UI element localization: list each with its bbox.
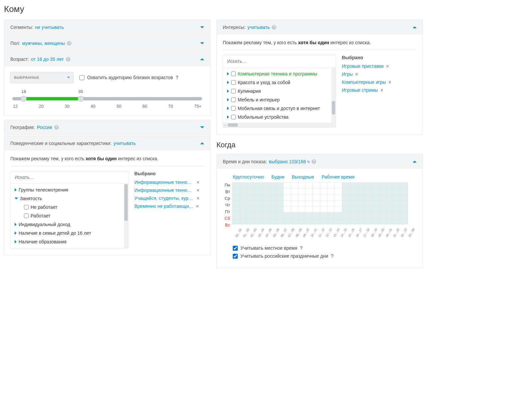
tree-item[interactable]: Кулинария — [225, 87, 334, 95]
schedule-cell[interactable] — [371, 183, 379, 189]
schedule-cell[interactable] — [240, 200, 247, 206]
nearby-ages-checkbox[interactable]: Охватить аудиторию близких возрастов ? — [79, 75, 178, 80]
tree-item[interactable]: Наличие образования — [13, 237, 127, 246]
schedule-cell[interactable] — [379, 189, 386, 195]
schedule-cell[interactable] — [298, 212, 306, 218]
tree-item[interactable]: Мобильная связь и доступ в интернет — [225, 104, 334, 113]
schedule-holidays-checkbox[interactable]: Учитывать российские праздничные дни ? — [233, 253, 417, 259]
schedule-cell[interactable] — [393, 200, 401, 206]
schedule-cell[interactable] — [393, 218, 401, 224]
schedule-cell[interactable] — [232, 183, 240, 189]
schedule-cell[interactable] — [357, 206, 364, 212]
panel-behaviour-header[interactable]: Поведенческие и социальные характеристик… — [4, 136, 210, 151]
schedule-cell[interactable] — [386, 195, 393, 200]
chevron-right-icon[interactable] — [15, 231, 17, 235]
schedule-cell[interactable] — [371, 206, 379, 212]
schedule-cell[interactable] — [247, 183, 254, 189]
schedule-cell[interactable] — [393, 183, 401, 189]
schedule-cell[interactable] — [371, 212, 379, 218]
remove-tag-icon[interactable]: ✕ — [355, 72, 358, 77]
schedule-cell[interactable] — [284, 183, 291, 189]
schedule-cell[interactable] — [393, 195, 401, 200]
schedule-cell[interactable] — [269, 212, 276, 218]
schedule-cell[interactable] — [291, 189, 298, 195]
scrollbar-vertical[interactable] — [332, 67, 335, 127]
schedule-cell[interactable] — [401, 195, 408, 200]
chevron-right-icon[interactable] — [227, 98, 229, 101]
schedule-cell[interactable] — [276, 189, 284, 195]
schedule-cell[interactable] — [386, 200, 393, 206]
schedule-cell[interactable] — [364, 200, 371, 206]
schedule-cell[interactable] — [335, 183, 342, 189]
help-icon[interactable]: ? — [331, 253, 333, 259]
schedule-cell[interactable] — [313, 206, 320, 212]
panel-gender-header[interactable]: Пол: мужчины, женщины ? — [4, 36, 210, 51]
schedule-cell[interactable] — [291, 195, 298, 200]
chevron-right-icon[interactable] — [227, 72, 229, 75]
help-icon[interactable]: ? — [66, 57, 70, 62]
schedule-cell[interactable] — [313, 183, 320, 189]
panel-geo-header[interactable]: География: Россия ? — [4, 120, 210, 135]
schedule-cell[interactable] — [379, 195, 386, 200]
schedule-cell[interactable] — [364, 218, 371, 224]
schedule-cell[interactable] — [247, 200, 254, 206]
schedule-cell[interactable] — [232, 195, 240, 200]
schedule-cell[interactable] — [240, 212, 247, 218]
schedule-cell[interactable] — [262, 206, 269, 212]
schedule-cell[interactable] — [291, 206, 298, 212]
schedule-cell[interactable] — [320, 212, 328, 218]
schedule-cell[interactable] — [371, 189, 379, 195]
selected-tag-link[interactable]: Информационные технол… — [134, 188, 194, 193]
schedule-cell[interactable] — [247, 212, 254, 218]
schedule-cell[interactable] — [328, 195, 335, 200]
chevron-right-icon[interactable] — [227, 115, 229, 119]
schedule-cell[interactable] — [349, 206, 357, 212]
tree-item-checkbox[interactable] — [231, 71, 236, 76]
tree-item-checkbox[interactable] — [231, 80, 236, 85]
selected-tag-link[interactable]: Учащийся, студенты, курс… — [134, 196, 194, 201]
schedule-cell[interactable] — [276, 206, 284, 212]
remove-tag-icon[interactable]: ✕ — [196, 196, 200, 201]
schedule-cell[interactable] — [298, 183, 306, 189]
schedule-cell[interactable] — [357, 212, 364, 218]
help-icon[interactable]: ? — [272, 25, 276, 30]
schedule-cell[interactable] — [364, 212, 371, 218]
age-slider-handle-low[interactable] — [21, 96, 27, 102]
schedule-cell[interactable] — [386, 206, 393, 212]
schedule-cell[interactable] — [269, 200, 276, 206]
schedule-cell[interactable] — [247, 189, 254, 195]
schedule-cell[interactable] — [379, 212, 386, 218]
schedule-cell[interactable] — [254, 218, 262, 224]
schedule-cell[interactable] — [357, 195, 364, 200]
schedule-cell[interactable] — [254, 195, 262, 200]
selected-tag-link[interactable]: Временно не работающи… — [134, 203, 194, 209]
schedule-cell[interactable] — [386, 218, 393, 224]
panel-interests-header[interactable]: Интересы: учитывать ? — [217, 20, 423, 35]
remove-tag-icon[interactable]: ✕ — [388, 80, 392, 85]
age-slider[interactable]: 16 35 1220304050607075+ — [10, 89, 204, 109]
schedule-cell[interactable] — [284, 200, 291, 206]
schedule-cell[interactable] — [320, 200, 328, 206]
tree-item[interactable]: Не работает — [13, 203, 127, 211]
schedule-cell[interactable] — [313, 189, 320, 195]
schedule-cell[interactable] — [269, 189, 276, 195]
schedule-cell[interactable] — [328, 183, 335, 189]
schedule-cell[interactable] — [401, 212, 408, 218]
tree-item-checkbox[interactable] — [231, 89, 236, 93]
schedule-cell[interactable] — [357, 183, 364, 189]
selected-tag-link[interactable]: Компьютерные игры — [342, 79, 386, 85]
tree-item-checkbox[interactable] — [231, 115, 236, 119]
schedule-cell[interactable] — [262, 218, 269, 224]
schedule-cell[interactable] — [349, 212, 357, 218]
schedule-cell[interactable] — [393, 212, 401, 218]
schedule-cell[interactable] — [240, 206, 247, 212]
tree-item[interactable]: Компьютерная техника и программы — [225, 69, 334, 78]
schedule-cell[interactable] — [284, 218, 291, 224]
remove-tag-icon[interactable]: ✕ — [196, 188, 200, 193]
schedule-cell[interactable] — [291, 183, 298, 189]
schedule-cell[interactable] — [240, 218, 247, 224]
tree-item-checkbox[interactable] — [24, 205, 29, 209]
schedule-cell[interactable] — [232, 200, 240, 206]
schedule-cell[interactable] — [342, 195, 349, 200]
schedule-cell[interactable] — [269, 206, 276, 212]
